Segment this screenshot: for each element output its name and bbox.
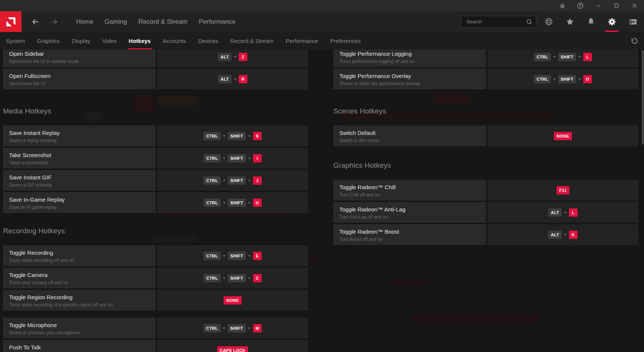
hotkey-row: Toggle Performance Logging Turns perform… <box>333 49 638 67</box>
key-separator: + <box>553 77 556 82</box>
hotkey-binding[interactable]: CAPS LOCK <box>157 340 308 352</box>
hotkey-row: Toggle Microphone Mutes or unmutes your … <box>3 318 308 338</box>
section-header-graphics-hotkeys: Graphics Hotkeys <box>333 161 638 170</box>
key-badge: I <box>253 154 262 162</box>
hotkey-subtitle: Save an in game replay <box>9 205 156 210</box>
tab-graphics[interactable]: Graphics <box>37 32 60 49</box>
key-separator: + <box>223 253 225 259</box>
key-separator: + <box>248 326 251 331</box>
bug-report-icon[interactable] <box>559 2 566 9</box>
hotkey-binding[interactable]: CTRL+SHIFT+O <box>488 69 638 89</box>
search-input[interactable] <box>466 18 526 25</box>
hotkey-title: Save In-Game Replay <box>9 196 156 203</box>
help-icon[interactable]: ? <box>577 2 584 9</box>
key-separator: + <box>248 253 251 259</box>
key-badge: SHIFT <box>558 53 576 61</box>
minimize-button[interactable] <box>595 2 602 9</box>
hotkey-description: Toggle Radeon™ Anti-Lag Turn Anti-Lag of… <box>333 202 486 223</box>
key-badge: ALT <box>218 53 232 61</box>
hotkey-title: Save Instant GIF <box>9 174 156 181</box>
hotkey-description: Toggle Region Recording Turns video reco… <box>3 290 156 311</box>
hotkey-binding[interactable]: CTRL+SHIFT+I <box>157 148 308 168</box>
hotkey-description: Push To Talk Turns on the mic to talk, r… <box>3 340 156 352</box>
vertical-scrollbar[interactable] <box>642 50 644 144</box>
hotkey-title: Toggle Camera <box>9 272 156 278</box>
notifications-bell-icon[interactable] <box>586 11 596 32</box>
hotkey-row: Push To Talk Turns on the mic to talk, r… <box>3 340 308 352</box>
hotkey-binding[interactable]: ALT+L <box>488 202 638 223</box>
hotkey-binding[interactable]: CTRL+SHIFT+J <box>157 170 308 191</box>
menu-record-stream[interactable]: Record & Stream <box>138 18 187 26</box>
key-separator: + <box>564 210 567 215</box>
hotkey-binding[interactable]: ALT+K <box>488 224 638 245</box>
key-badge: O <box>583 75 592 83</box>
hotkey-row: Save Instant GIF Saves a GIF instantly C… <box>3 170 308 191</box>
tab-performance[interactable]: Performance <box>286 32 318 49</box>
back-button[interactable] <box>31 17 40 27</box>
key-badge: NONE <box>554 132 572 140</box>
key-badge: SHIFT <box>228 324 246 332</box>
key-separator: + <box>248 156 251 161</box>
amd-logo[interactable] <box>0 11 21 32</box>
hotkey-group: Toggle Recording Turns video recording o… <box>3 245 308 312</box>
hotkey-description: Toggle Radeon™ Boost Turn Boost off and … <box>333 224 486 245</box>
hotkey-binding[interactable]: ALT+R <box>157 69 308 89</box>
hotkey-binding[interactable]: F11 <box>488 180 638 200</box>
favorites-star-icon[interactable] <box>565 11 575 32</box>
hotkey-binding[interactable]: CTRL+SHIFT+C <box>157 268 308 288</box>
hotkey-description: Toggle Camera Turns your camera off and … <box>3 268 156 288</box>
maximize-button[interactable] <box>613 2 620 9</box>
tab-preferences[interactable]: Preferences <box>330 32 361 49</box>
key-separator: + <box>223 178 225 183</box>
close-button[interactable] <box>631 2 638 9</box>
key-badge: E <box>253 252 262 260</box>
menu-gaming[interactable]: Gaming <box>104 18 127 26</box>
hotkey-subtitle: Turns video recording of a specific regi… <box>9 302 156 308</box>
hotkey-binding[interactable]: CTRL+SHIFT+E <box>157 245 308 266</box>
hotkey-title: Toggle Radeon™ Chill <box>339 184 486 190</box>
tab-record-stream[interactable]: Record & Stream <box>230 32 274 49</box>
key-badge: R <box>239 75 247 83</box>
menu-home[interactable]: Home <box>76 18 93 26</box>
key-separator: + <box>564 232 567 237</box>
restore-defaults-icon[interactable] <box>629 32 639 49</box>
hotkey-subtitle: Mutes or unmutes your microphone <box>9 330 156 335</box>
search-icon <box>526 18 533 25</box>
tab-hotkeys[interactable]: Hotkeys <box>129 32 150 49</box>
collapse-panel-icon[interactable] <box>628 11 638 32</box>
hotkey-description: Toggle Performance Logging Turns perform… <box>333 49 486 67</box>
tab-accounts[interactable]: Accounts <box>163 32 186 49</box>
hotkey-binding[interactable]: CTRL+SHIFT+M <box>157 318 308 338</box>
key-badge: CTRL <box>204 252 221 260</box>
search-box[interactable] <box>461 16 536 28</box>
hotkey-title: Take Screenshot <box>9 152 156 158</box>
key-badge: SHIFT <box>228 199 246 207</box>
hotkey-description: Take Screenshot Takes a screenshot <box>3 148 156 168</box>
menu-performance[interactable]: Performance <box>199 18 235 26</box>
hotkey-binding[interactable]: NONE <box>488 125 638 146</box>
hotkey-binding[interactable]: CTRL+SHIFT+S <box>157 125 308 146</box>
hotkeys-column-left: Open Sidebar Open/close the UI in sideba… <box>3 49 308 352</box>
web-browser-icon[interactable] <box>544 11 554 32</box>
hotkey-description: Save Instant Replay Saves a replay insta… <box>3 125 156 146</box>
key-badge: NONE <box>224 296 241 305</box>
hotkey-binding[interactable]: ALT+Z <box>157 49 308 67</box>
hotkey-title: Toggle Radeon™ Boost <box>339 228 486 235</box>
hotkey-subtitle: Open/close the UI <box>9 81 156 86</box>
key-separator: + <box>248 200 251 205</box>
key-badge: Z <box>239 53 247 61</box>
hotkeys-page: Open Sidebar Open/close the UI in sideba… <box>0 49 644 352</box>
tab-video[interactable]: Video <box>102 32 117 49</box>
forward-button[interactable] <box>49 17 59 27</box>
tab-display[interactable]: Display <box>72 32 90 49</box>
hotkey-group: Toggle Radeon™ Chill Turn Chill off and … <box>333 180 638 246</box>
settings-gear-icon[interactable] <box>607 11 617 32</box>
hotkey-binding[interactable]: CTRL+SHIFT+L <box>488 49 638 67</box>
tab-system[interactable]: System <box>6 32 25 49</box>
tab-devices[interactable]: Devices <box>198 32 218 49</box>
hotkey-binding[interactable]: CTRL+SHIFT+U <box>157 192 308 213</box>
hotkey-row: Toggle Performance Overlay Shows or hide… <box>333 69 638 89</box>
hotkey-row: Toggle Camera Turns your camera off and … <box>3 268 308 288</box>
key-badge: F11 <box>557 186 569 194</box>
hotkey-binding[interactable]: NONE <box>157 290 308 311</box>
